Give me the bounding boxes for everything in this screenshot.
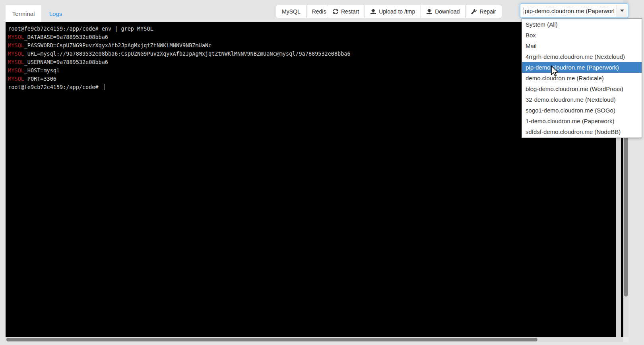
repair-button-label: Repair <box>479 8 496 15</box>
restart-button[interactable]: Restart <box>327 5 365 18</box>
tab-terminal-label: Terminal <box>12 10 35 17</box>
download-icon <box>427 9 432 14</box>
grep-match-text: MYSQL <box>8 67 24 74</box>
restart-button-label: Restart <box>341 8 359 15</box>
dropdown-option[interactable]: Box <box>522 30 642 41</box>
horizontal-scrollbar-thumb[interactable] <box>6 338 537 341</box>
download-button-label: Download <box>435 8 460 15</box>
upload-button-label: Upload to /tmp <box>379 8 415 15</box>
grep-match-text: MYSQL <box>8 34 24 40</box>
database-button-group: MySQL Redis <box>276 5 332 18</box>
app-select-value: pip-demo.cloudron.me (Paperwork <box>524 7 614 15</box>
terminal-text: root@fe9cb72c4159:/app/code# <box>8 84 102 90</box>
scrollbar-corner <box>623 337 628 342</box>
tab-logs-label: Logs <box>49 10 62 17</box>
grep-match-text: MYSQL <box>8 42 24 48</box>
terminal-line: MYSQL_URL=mysql://9a7889532e08bba6:CspUZ… <box>8 50 351 58</box>
terminal-line: MYSQL_PASSWORD=CspUZNG9PuvzXqyxAfb2JpAgM… <box>8 41 351 50</box>
upload-button[interactable]: Upload to /tmp <box>365 5 421 18</box>
horizontal-scrollbar[interactable] <box>6 337 623 342</box>
terminal-line: MYSQL_HOST=mysql <box>8 66 351 75</box>
terminal-text: _DATABASE=9a7889532e08bba6 <box>24 34 108 40</box>
terminal-text: _PORT=3306 <box>24 76 56 82</box>
terminal-output: root@fe9cb72c4159:/app/code# env | grep … <box>8 25 351 91</box>
terminal-text: _USERNAME=9a7889532e08bba6 <box>24 59 108 65</box>
dropdown-option[interactable]: demo.cloudron.me (Radicale) <box>522 73 642 83</box>
chevron-down-icon[interactable] <box>617 5 627 17</box>
terminal-line: MYSQL_USERNAME=9a7889532e08bba6 <box>8 58 351 66</box>
terminal-text: _PASSWORD=CspUZNG9PuvzXqyxAfb2JpAgMxjqtZ… <box>24 42 211 48</box>
grep-match-text: MYSQL <box>8 59 24 65</box>
terminal-text: _URL=mysql://9a7889532e08bba6:CspUZNG9Pu… <box>24 50 351 57</box>
download-button[interactable]: Download <box>421 5 466 18</box>
wrench-icon <box>471 9 477 14</box>
mysql-button[interactable]: MySQL <box>276 5 306 18</box>
tab-logs[interactable]: Logs <box>41 5 70 22</box>
dropdown-option[interactable]: Mail <box>522 41 642 51</box>
dropdown-option[interactable]: sogo1-demo.cloudron.me (SOGo) <box>522 105 642 116</box>
dropdown-option[interactable]: System (All) <box>522 19 642 30</box>
grep-match-text: MYSQL <box>8 76 24 82</box>
dropdown-option[interactable]: blog-demo.cloudron.me (WordPress) <box>522 83 642 94</box>
repair-button[interactable]: Repair <box>466 5 502 18</box>
tab-terminal[interactable]: Terminal <box>6 5 41 22</box>
terminal-line: MYSQL_DATABASE=9a7889532e08bba6 <box>8 33 351 41</box>
redis-button-label: Redis <box>312 8 326 15</box>
dropdown-option[interactable]: 1-demo.cloudron.me (Paperwork) <box>522 116 642 126</box>
refresh-icon <box>333 9 338 14</box>
upload-icon <box>370 9 376 14</box>
app-select-dropdown: System (All)BoxMail4rrgrh-demo.cloudron.… <box>522 18 642 138</box>
dropdown-option[interactable]: sdfdsf-demo.cloudron.me (NodeBB) <box>522 126 642 137</box>
terminal-text: root@fe9cb72c4159:/app/code# env | grep … <box>8 25 153 32</box>
dropdown-option[interactable]: pip-demo.cloudron.me (Paperwork) <box>522 62 642 73</box>
dropdown-option[interactable]: 4rrgrh-demo.cloudron.me (Nextcloud) <box>522 51 642 62</box>
terminal-line: root@fe9cb72c4159:/app/code# <box>8 83 351 91</box>
terminal-cursor <box>102 84 105 90</box>
app-select[interactable]: pip-demo.cloudron.me (Paperwork <box>520 4 628 18</box>
terminal-line: MYSQL_PORT=3306 <box>8 75 351 83</box>
mysql-button-label: MySQL <box>282 8 301 15</box>
terminal-line: root@fe9cb72c4159:/app/code# env | grep … <box>8 25 351 33</box>
action-button-group: Restart Upload to /tmp Download Repair <box>327 5 502 18</box>
grep-match-text: MYSQL <box>8 50 24 57</box>
dropdown-option[interactable]: 32-demo.cloudron.me (Nextcloud) <box>522 94 642 105</box>
terminal-text: _HOST=mysql <box>24 67 60 74</box>
